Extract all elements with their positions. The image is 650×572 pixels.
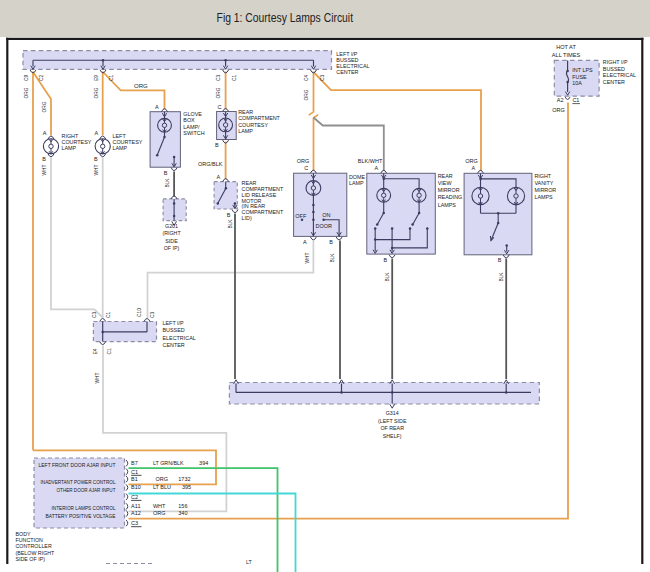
svg-text:LAMPS: LAMPS xyxy=(438,202,457,208)
svg-text:(LEFT SIDE: (LEFT SIDE xyxy=(378,418,407,424)
svg-text:A: A xyxy=(303,239,307,245)
svg-text:SIDE OF IP): SIDE OF IP) xyxy=(16,556,46,562)
svg-text:C9: C9 xyxy=(24,75,29,81)
svg-text:G314: G314 xyxy=(386,410,399,416)
svg-text:ORG: ORG xyxy=(297,158,310,164)
svg-text:C1: C1 xyxy=(106,312,111,318)
svg-text:(BELOW RIGHT: (BELOW RIGHT xyxy=(16,550,56,556)
svg-text:B7: B7 xyxy=(131,460,138,466)
svg-text:DOME: DOME xyxy=(349,174,366,180)
svg-text:G201: G201 xyxy=(165,223,178,229)
svg-text:LEFT FRONT DOOR AJAR INPUT: LEFT FRONT DOOR AJAR INPUT xyxy=(39,462,116,468)
svg-text:LAMP: LAMP xyxy=(238,128,253,134)
svg-text:OF IP): OF IP) xyxy=(164,245,180,251)
svg-text:BOX: BOX xyxy=(183,117,195,123)
svg-text:E9: E9 xyxy=(94,75,99,81)
svg-text:156: 156 xyxy=(178,503,187,509)
svg-text:C1: C1 xyxy=(232,75,237,81)
svg-text:GLOVE: GLOVE xyxy=(183,111,202,117)
svg-text:LAMP: LAMP xyxy=(113,145,128,151)
svg-text:BLK/WHT: BLK/WHT xyxy=(358,158,383,164)
svg-text:B: B xyxy=(94,156,98,162)
svg-text:FUSE: FUSE xyxy=(572,74,587,80)
svg-text:READING: READING xyxy=(438,194,463,200)
svg-text:CENTER: CENTER xyxy=(336,69,358,75)
svg-text:LEFT: LEFT xyxy=(113,133,127,139)
svg-text:ORG: ORG xyxy=(465,158,478,164)
svg-text:SHELF): SHELF) xyxy=(383,433,402,439)
svg-text:OFF: OFF xyxy=(295,213,307,219)
svg-text:INTERIOR LAMPS CONTROL: INTERIOR LAMPS CONTROL xyxy=(52,505,117,511)
svg-text:RIGHT: RIGHT xyxy=(534,173,551,179)
svg-text:A: A xyxy=(375,165,379,171)
svg-text:VANITY: VANITY xyxy=(534,180,553,186)
svg-text:BLK: BLK xyxy=(385,272,390,282)
svg-text:E4: E4 xyxy=(93,348,98,354)
svg-text:Fig 1: Courtesy Lamps Circuit: Fig 1: Courtesy Lamps Circuit xyxy=(217,10,354,25)
svg-text:A: A xyxy=(216,174,220,180)
svg-text:B: B xyxy=(384,257,388,263)
svg-text:INT LPS: INT LPS xyxy=(572,67,593,73)
svg-text:B: B xyxy=(227,212,231,218)
svg-text:ORG: ORG xyxy=(216,87,221,98)
svg-text:B: B xyxy=(164,170,168,176)
svg-text:C1: C1 xyxy=(109,75,114,81)
svg-text:C2: C2 xyxy=(39,75,44,81)
svg-text:WHT: WHT xyxy=(95,372,100,383)
svg-text:REAR: REAR xyxy=(438,173,453,179)
svg-text:WHT: WHT xyxy=(153,503,166,509)
svg-text:ORG: ORG xyxy=(24,87,29,98)
svg-text:BLK: BLK xyxy=(228,219,233,229)
svg-text:WHT: WHT xyxy=(94,164,99,175)
svg-text:A11: A11 xyxy=(131,503,140,509)
svg-text:ORG: ORG xyxy=(94,87,99,98)
svg-text:C1: C1 xyxy=(107,348,112,354)
svg-text:A: A xyxy=(472,165,476,171)
svg-text:CENTER: CENTER xyxy=(603,79,625,85)
svg-text:WHT: WHT xyxy=(305,252,310,263)
svg-text:ORG: ORG xyxy=(134,83,148,89)
svg-text:ELECTRICAL: ELECTRICAL xyxy=(603,72,636,78)
svg-text:ELECTRICAL: ELECTRICAL xyxy=(163,335,196,341)
svg-text:LT BLU: LT BLU xyxy=(153,484,171,490)
svg-text:C3: C3 xyxy=(150,312,155,318)
svg-text:RIGHT I/P: RIGHT I/P xyxy=(603,59,628,65)
svg-text:INADVERTANT POWER CONTROL: INADVERTANT POWER CONTROL xyxy=(41,479,117,485)
svg-text:BLK: BLK xyxy=(499,272,504,282)
svg-text:BLK: BLK xyxy=(165,178,170,188)
svg-text:ORG: ORG xyxy=(156,476,169,482)
svg-text:BODY: BODY xyxy=(16,531,31,537)
svg-text:COURTESY: COURTESY xyxy=(238,122,268,128)
svg-text:WHT: WHT xyxy=(42,164,47,175)
svg-text:(RIGHT: (RIGHT xyxy=(162,230,181,236)
svg-text:B: B xyxy=(329,239,333,245)
svg-text:A: A xyxy=(43,130,47,136)
svg-text:BUSSED: BUSSED xyxy=(163,327,185,333)
svg-text:RIGHT: RIGHT xyxy=(62,133,79,139)
svg-text:CONTROLLER: CONTROLLER xyxy=(16,543,52,549)
svg-text:C3: C3 xyxy=(92,312,97,318)
svg-text:MIRROR: MIRROR xyxy=(534,187,556,193)
svg-text:B10: B10 xyxy=(131,484,141,490)
svg-text:BLK: BLK xyxy=(330,253,335,263)
svg-text:LAMP: LAMP xyxy=(62,145,77,151)
svg-text:394: 394 xyxy=(199,460,208,466)
svg-text:ORG: ORG xyxy=(42,101,47,112)
svg-text:ORG/BLK: ORG/BLK xyxy=(198,161,223,167)
svg-text:C3: C3 xyxy=(131,520,138,526)
svg-text:OTHER DOOR AJAR INPUT: OTHER DOOR AJAR INPUT xyxy=(57,487,116,493)
svg-text:C4: C4 xyxy=(304,75,309,81)
svg-text:LAMP/: LAMP/ xyxy=(183,124,200,130)
svg-text:C3: C3 xyxy=(320,75,325,81)
svg-text:395: 395 xyxy=(182,484,191,490)
svg-text:BATTERY POSITIVE VOLTAGE: BATTERY POSITIVE VOLTAGE xyxy=(46,513,116,519)
svg-text:10A: 10A xyxy=(572,80,582,86)
svg-text:A: A xyxy=(155,104,159,110)
svg-text:B: B xyxy=(215,142,219,148)
svg-text:HOT AT: HOT AT xyxy=(556,44,576,50)
svg-text:LAMP: LAMP xyxy=(349,180,364,186)
svg-text:C: C xyxy=(218,104,222,110)
svg-text:MIRROR: MIRROR xyxy=(438,187,460,193)
svg-text:C2: C2 xyxy=(131,494,138,500)
svg-text:A12: A12 xyxy=(131,510,141,516)
